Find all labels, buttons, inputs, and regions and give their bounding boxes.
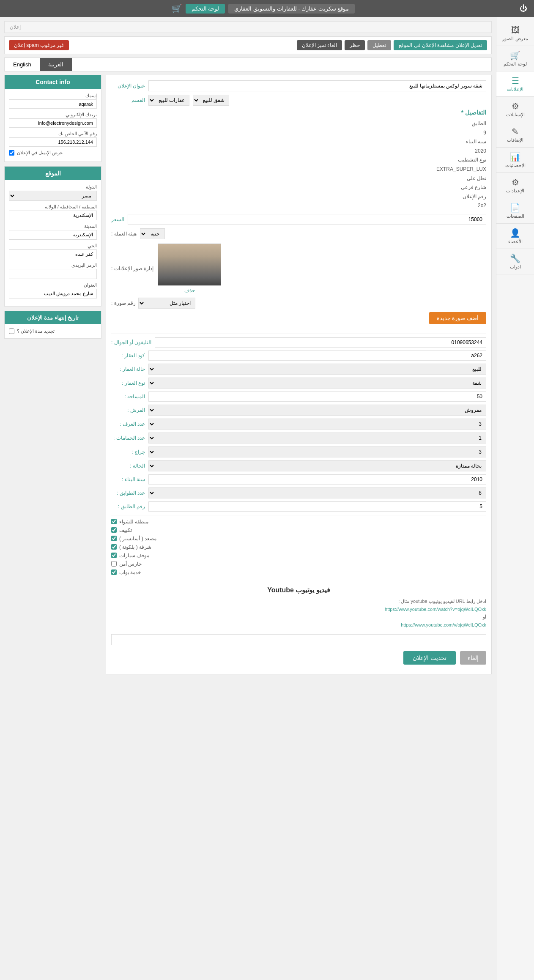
sidebar: 🖼 معرض الصور 🛒 لوحة التحكم ☰ الإعلانات ⚙… <box>496 17 534 980</box>
country-label: الدولة <box>9 184 97 190</box>
left-actions: غير مرغوب spam إعلان <box>9 40 69 50</box>
section-select-2[interactable]: شقق للبيع <box>193 95 229 106</box>
pages-icon: 📄 <box>510 203 520 213</box>
code-label: كود العقار : <box>111 353 145 359</box>
suspend-btn[interactable]: تعطيل <box>367 40 391 50</box>
control-icon: 🛒 <box>510 50 520 60</box>
status-select[interactable]: للبيع <box>148 364 486 375</box>
floor-num-input[interactable] <box>148 501 486 512</box>
sidebar-item-control[interactable]: 🛒 لوحة التحكم <box>496 46 534 71</box>
balcony-label: شرفة ( بلكونة ) <box>119 544 151 550</box>
view-ad-btn[interactable]: تعديل الإعلان مشاهدة الإعلان في الموقع <box>394 40 487 50</box>
location-card: الموقع الدولة مصر المنطقة / المحافظة / ا… <box>4 166 101 307</box>
sidebar-item-styles[interactable]: ⚙ الإستايلات <box>496 97 534 122</box>
bottom-actions: إلغاء تحديث الإعلان <box>111 651 486 669</box>
sidebar-item-ads[interactable]: ☰ الإعلانات <box>496 71 534 97</box>
elevator-checkbox[interactable] <box>111 536 117 541</box>
garage-row: 3 جراج : <box>111 446 486 457</box>
contact-info-header: Contact info <box>5 75 101 89</box>
content-area: عنوان الإعلان شقق للبيع عقارات للبيع الق… <box>4 75 492 674</box>
sidebar-label-styles: الإستايلات <box>506 112 525 118</box>
section-select-1[interactable]: عقارات للبيع <box>148 95 189 106</box>
build-year-input[interactable] <box>148 474 486 485</box>
top-navigation: ⏻ موقع سكريت عقارك - للعقارات والتسويق ا… <box>0 0 534 17</box>
doorbell-checkbox[interactable] <box>111 569 117 575</box>
balcony-checkbox[interactable] <box>111 544 117 550</box>
image-management: حذف إدارة صور الإعلانات : <box>111 244 486 293</box>
location-header: الموقع <box>5 167 101 180</box>
build-year-label: سنة البناء : <box>111 476 145 482</box>
postal-label: الرمز البريدي <box>9 263 97 268</box>
tab-english[interactable]: English <box>5 58 40 71</box>
site-link-btn[interactable]: موقع سكريت عقارك - للعقارات والتسويق الع… <box>228 4 355 14</box>
ip-value: 156.213.212.144 <box>9 137 97 147</box>
status-label: حالة العقار : <box>111 366 145 372</box>
delete-image-link[interactable]: حذف <box>184 287 195 293</box>
remove-dist-btn[interactable]: الغاء تميز الإعلان <box>297 40 342 50</box>
furniture-select[interactable]: مفروش <box>148 405 486 416</box>
floors-row: 8 عدد الطوابق : <box>111 487 486 498</box>
section-row: شقق للبيع عقارات للبيع القسم <box>111 95 486 106</box>
tab-arabic[interactable]: العربية <box>40 58 72 71</box>
block-btn[interactable]: حظر <box>345 40 365 50</box>
parking-checkbox[interactable] <box>111 553 117 558</box>
price-input[interactable] <box>128 214 486 225</box>
sidebar-item-tools[interactable]: 🔧 ادوات <box>496 249 534 274</box>
sidebar-item-members[interactable]: 👤 الأعضاء <box>496 224 534 249</box>
form-panel: عنوان الإعلان شقق للبيع عقارات للبيع الق… <box>106 75 492 674</box>
ad-title-input[interactable] <box>148 80 486 91</box>
youtube-input[interactable] <box>111 634 486 645</box>
sidebar-item-stats[interactable]: 📊 الإحصائيات <box>496 148 534 173</box>
garage-select[interactable]: 3 <box>148 446 486 457</box>
floors-select[interactable]: 8 <box>148 487 486 498</box>
price-row: السعر <box>111 214 486 225</box>
country-select[interactable]: مصر <box>9 191 97 201</box>
rooms-select[interactable]: 3 <box>148 419 486 430</box>
sidebar-label-tools: ادوات <box>510 264 521 270</box>
condition-select[interactable]: بحالة ممتازة <box>148 460 486 471</box>
code-input[interactable] <box>148 350 486 361</box>
email-label: بريدك الإلكتروني <box>9 112 97 118</box>
guard-label: حارس أمن <box>119 561 142 567</box>
power-icon[interactable]: ⏻ <box>520 4 527 13</box>
renew-label: تجديد مدة الإعلان ؟ <box>17 328 55 334</box>
checkbox-parking: موقف سيارات <box>111 553 486 558</box>
sidebar-label-control: لوحة التحكم <box>504 61 526 67</box>
pool-checkbox[interactable] <box>111 519 117 524</box>
add-image-btn[interactable]: أضف صورة جديدة <box>429 312 486 324</box>
city-value: الإسكندرية <box>9 230 97 240</box>
phone-input[interactable] <box>155 337 486 348</box>
condition-label: الحالة : <box>111 463 145 469</box>
gallery-icon: 🖼 <box>511 25 520 35</box>
contact-info-card: Contact info إسمك aqarak بريدك الإلكترون… <box>4 75 101 162</box>
guard-checkbox[interactable] <box>111 561 117 567</box>
expiry-body: تجديد مدة الإعلان ؟ <box>5 324 101 338</box>
furniture-label: الفرش : <box>111 407 145 413</box>
image-num-select[interactable]: اختيار مثل كل بيع اختيار أي مثل <box>138 298 195 309</box>
image-num-row: اختيار مثل كل بيع اختيار أي مثل رقم صورة… <box>111 298 486 309</box>
show-email-checkbox[interactable] <box>9 150 14 156</box>
additions-icon: ✎ <box>512 126 519 137</box>
control-panel-btn[interactable]: لوحة التحكم <box>186 4 225 14</box>
type-select[interactable]: شقة <box>148 378 486 389</box>
area-label: المساحة : <box>111 394 145 400</box>
sidebar-item-gallery[interactable]: 🖼 معرض الصور <box>496 21 534 46</box>
currency-select[interactable]: جنيه <box>140 228 165 239</box>
sidebar-item-settings[interactable]: ⚙ الإعدادات <box>496 173 534 198</box>
address-label: العنوان <box>9 282 97 288</box>
cancel-btn[interactable]: إلغاء <box>460 651 486 665</box>
renew-checkbox[interactable] <box>9 328 14 334</box>
youtube-section: فيديو يوتيوب Youtube ادخل رابط URL لفيدي… <box>111 586 486 645</box>
ac-checkbox[interactable] <box>111 527 117 533</box>
sidebar-item-pages[interactable]: 📄 الصفحات <box>496 198 534 224</box>
sidebar-item-additions[interactable]: ✎ الإضافات <box>496 122 534 148</box>
area-input[interactable] <box>148 391 486 402</box>
bathrooms-select[interactable]: 1 <box>148 433 486 443</box>
main-content: إعلان تعديل الإعلان مشاهدة الإعلان في ال… <box>0 17 496 980</box>
pool-label: منطقة للشواء <box>119 519 148 525</box>
update-btn[interactable]: تحديث الإعلان <box>403 651 456 665</box>
not-spam-btn[interactable]: غير مرغوب spam إعلان <box>9 40 69 50</box>
breadcrumb-text: إعلان <box>10 24 21 30</box>
city-label: المدينة <box>9 224 97 229</box>
renew-row: تجديد مدة الإعلان ؟ <box>9 328 97 334</box>
